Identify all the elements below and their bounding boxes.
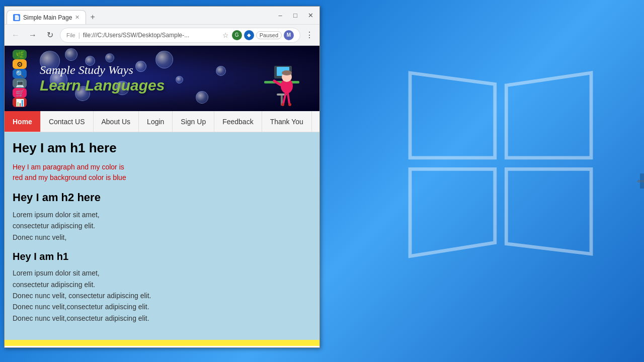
svg-point-7 [282, 70, 292, 75]
svg-point-12 [288, 103, 291, 106]
forward-button[interactable]: → [26, 28, 40, 42]
lorem2-line4: Donec nunc velit,consectetur adipiscing … [13, 303, 149, 311]
bubble-10 [176, 76, 183, 83]
close-button[interactable]: ✕ [303, 9, 317, 23]
window-controls: – □ ✕ [273, 9, 319, 23]
new-tab-button[interactable]: + [86, 10, 99, 24]
user-avatar[interactable]: M [284, 30, 294, 40]
nav-item-about[interactable]: About Us [94, 111, 139, 132]
banner: 🌿 ⚙ 🔍 💻 🛒 📊 Sample Study Ways Learn Lang… [5, 46, 319, 111]
app-icon-1: 🌿 [13, 50, 27, 59]
bubble-11 [196, 91, 208, 104]
refresh-button[interactable]: ↻ [43, 28, 57, 42]
paragraph-1: Hey I am paragraph and my color is red a… [13, 162, 311, 183]
banner-title: Sample Study Ways [40, 63, 165, 77]
bubble-2 [65, 48, 77, 61]
maximize-button[interactable]: □ [288, 9, 302, 23]
para1-line2: red and my background color is blue [13, 173, 126, 182]
tab-area: 📄 Simple Main Page ✕ + [5, 7, 99, 24]
banner-text-area: Sample Study Ways Learn Languages [5, 63, 165, 94]
lorem2-line1: Lorem ipsum dolor sit amet, [13, 269, 100, 277]
svg-line-10 [288, 93, 289, 104]
lorem-2: Lorem ipsum dolor sit amet, consectetur … [13, 267, 311, 324]
url-text: file:///C:/Users/SSW/Desktop/Sample-... [83, 32, 219, 39]
heading-1: Hey I am h1 here [13, 140, 311, 156]
app-icon-6: 📊 [13, 98, 27, 107]
heading-1-small: Hey I am h1 [13, 251, 311, 262]
active-tab[interactable]: 📄 Simple Main Page ✕ [7, 10, 86, 24]
paused-badge: Paused [256, 31, 282, 39]
tab-favicon: 📄 [13, 14, 20, 21]
para1-line1: Hey I am paragraph and my color is [13, 163, 124, 171]
extension-icon-1[interactable]: G [232, 30, 242, 40]
url-bar[interactable]: File | file:///C:/Users/SSW/Desktop/Samp… [60, 28, 300, 43]
lorem-1: Lorem ipsum dolor sit amet, consectetur … [13, 209, 311, 243]
resize-handle[interactable]: ⟺ [640, 173, 644, 189]
heading-2: Hey I am h2 here [13, 191, 311, 204]
nav-item-login[interactable]: Login [139, 111, 173, 132]
web-content[interactable]: 🌿 ⚙ 🔍 💻 🛒 📊 Sample Study Ways Learn Lang… [5, 46, 319, 347]
tab-close-button[interactable]: ✕ [75, 14, 79, 21]
lorem1-line1: Lorem ipsum dolor sit amet, [13, 211, 100, 219]
navigation-bar: Home Contact US About Us Login Sign Up F… [5, 111, 319, 132]
banner-subtitle: Learn Languages [40, 77, 165, 94]
extension-icon-2[interactable]: ◆ [244, 30, 254, 40]
bubble-6 [105, 53, 114, 62]
browser-window: 📄 Simple Main Page ✕ + – □ ✕ ← → ↻ File … [4, 6, 320, 348]
title-bar: 📄 Simple Main Page ✕ + – □ ✕ [5, 7, 319, 25]
url-icons: G ◆ Paused M [232, 30, 294, 40]
main-content: Hey I am h1 here Hey I am paragraph and … [5, 132, 319, 340]
person-illustration [249, 51, 309, 111]
nav-item-thankyou[interactable]: Thank You [262, 111, 312, 132]
bottom-yellow-bar [5, 340, 319, 346]
lorem1-line3: Donec nunc velit, [13, 233, 66, 241]
back-button[interactable]: ← [9, 28, 23, 42]
tab-title: Simple Main Page [23, 14, 72, 21]
lorem2-line2: consectetur adipiscing elit. [13, 281, 95, 289]
nav-item-home[interactable]: Home [5, 111, 41, 132]
file-indicator: File [66, 32, 75, 38]
lorem2-line3: Donec nunc velit, consectetur adipiscing… [13, 292, 151, 300]
browser-menu-button[interactable]: ⋮ [303, 30, 315, 40]
lorem2-line5: Donec nunc velit,consectetur adipiscing … [13, 314, 149, 322]
lorem1-line2: consectetur adipiscing elit. [13, 222, 95, 230]
svg-point-11 [281, 103, 284, 106]
windows-logo [387, 50, 614, 277]
bookmark-icon[interactable]: ☆ [222, 31, 229, 39]
minimize-button[interactable]: – [273, 9, 287, 23]
nav-item-contact[interactable]: Contact US [41, 111, 94, 132]
nav-item-feedback[interactable]: Feedback [214, 111, 262, 132]
address-bar: ← → ↻ File | file:///C:/Users/SSW/Deskto… [5, 25, 319, 46]
bubble-12 [216, 66, 226, 76]
nav-item-signup[interactable]: Sign Up [173, 111, 214, 132]
